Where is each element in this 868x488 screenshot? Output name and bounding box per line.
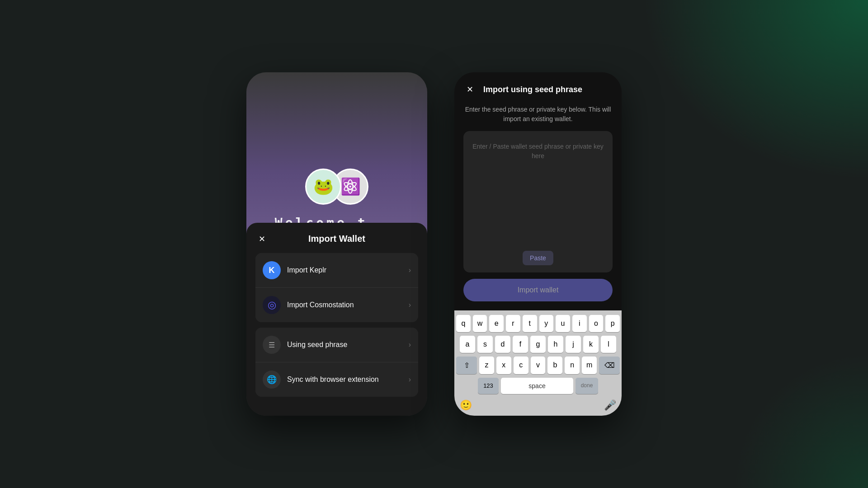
frog-logo: 🐸 <box>305 169 341 205</box>
keyboard-row-3: ⇧ z x c v b n m ⌫ <box>456 357 620 374</box>
wallet-group-2: ☰ Using seed phrase › 🌐 Sync with browse… <box>255 328 418 397</box>
screens-container: 🐸 ⚛️ Welcome t___ ✕ Import Wallet K Impo… <box>246 72 622 416</box>
bg-gradient-right <box>642 0 868 181</box>
import-keplr-item[interactable]: K Import Keplr › <box>255 253 418 287</box>
backspace-key[interactable]: ⌫ <box>599 357 620 374</box>
key-o[interactable]: o <box>589 315 604 332</box>
browser-icon: 🌐 <box>263 371 281 389</box>
key-a[interactable]: a <box>460 336 475 353</box>
cosmostation-icon: ◎ <box>263 296 281 314</box>
key-b[interactable]: b <box>547 357 562 374</box>
modal-title: Import Wallet <box>308 234 365 244</box>
right-modal-header: ✕ Import using seed phrase <box>463 83 613 96</box>
modal-header: ✕ Import Wallet <box>255 234 418 244</box>
key-y[interactable]: y <box>539 315 554 332</box>
phone-left-top: 🐸 ⚛️ Welcome t___ <box>246 72 427 239</box>
logos-container: 🐸 ⚛️ <box>305 169 368 205</box>
keyboard-row-4: 123 space done <box>456 378 620 394</box>
keyboard-row-1: q w e r t y u i o p <box>456 315 620 332</box>
modal-subtitle: Enter the seed phrase or private key bel… <box>463 105 613 124</box>
key-q[interactable]: q <box>456 315 471 332</box>
browser-arrow-icon: › <box>409 375 411 384</box>
phone-right: ✕ Import using seed phrase Enter the see… <box>454 72 622 416</box>
key-x[interactable]: x <box>496 357 511 374</box>
sync-browser-item[interactable]: 🌐 Sync with browser extension › <box>255 362 418 397</box>
key-z[interactable]: z <box>479 357 494 374</box>
using-seed-phrase-item[interactable]: ☰ Using seed phrase › <box>255 328 418 362</box>
num-key[interactable]: 123 <box>478 378 499 394</box>
key-t[interactable]: t <box>523 315 537 332</box>
keplr-arrow-icon: › <box>409 266 411 274</box>
keyboard-area: q w e r t y u i o p a s d f g h j k <box>454 310 622 416</box>
paste-button[interactable]: Paste <box>523 251 553 265</box>
sync-browser-label: Sync with browser extension <box>287 375 409 384</box>
done-key[interactable]: done <box>576 378 598 394</box>
mic-icon[interactable]: 🎤 <box>604 399 616 411</box>
key-n[interactable]: n <box>565 357 580 374</box>
right-modal-title: Import using seed phrase <box>483 85 582 94</box>
cosmostation-arrow-icon: › <box>409 301 411 309</box>
seed-input-area[interactable]: Enter / Paste wallet seed phrase or priv… <box>463 131 613 272</box>
key-i[interactable]: i <box>572 315 587 332</box>
seed-phrase-icon: ☰ <box>263 336 281 354</box>
key-e[interactable]: e <box>489 315 504 332</box>
key-g[interactable]: g <box>530 336 546 353</box>
import-wallet-button[interactable]: Import wallet <box>463 279 613 301</box>
seed-arrow-icon: › <box>409 341 411 349</box>
seed-input-placeholder: Enter / Paste wallet seed phrase or priv… <box>471 142 605 161</box>
space-key[interactable]: space <box>501 378 573 394</box>
close-button-right[interactable]: ✕ <box>463 83 476 96</box>
key-d[interactable]: d <box>495 336 510 353</box>
key-s[interactable]: s <box>477 336 493 353</box>
emoji-icon[interactable]: 🙂 <box>460 399 472 411</box>
keyboard-bottom-row: 🙂 🎤 <box>456 398 620 413</box>
key-h[interactable]: h <box>548 336 563 353</box>
key-u[interactable]: u <box>556 315 570 332</box>
using-seed-phrase-label: Using seed phrase <box>287 341 409 349</box>
right-modal-area: ✕ Import using seed phrase Enter the see… <box>454 72 622 310</box>
key-p[interactable]: p <box>605 315 620 332</box>
bg-gradient-bottom-right <box>732 352 868 488</box>
shift-key[interactable]: ⇧ <box>456 357 477 374</box>
keplr-icon: K <box>263 261 281 279</box>
key-r[interactable]: r <box>506 315 520 332</box>
key-v[interactable]: v <box>531 357 546 374</box>
key-m[interactable]: m <box>582 357 597 374</box>
phone-left: 🐸 ⚛️ Welcome t___ ✕ Import Wallet K Impo… <box>246 72 427 416</box>
key-w[interactable]: w <box>473 315 487 332</box>
key-l[interactable]: l <box>601 336 616 353</box>
import-cosmostation-item[interactable]: ◎ Import Cosmostation › <box>255 288 418 322</box>
key-k[interactable]: k <box>583 336 599 353</box>
key-j[interactable]: j <box>566 336 581 353</box>
import-cosmostation-label: Import Cosmostation <box>287 301 409 309</box>
import-keplr-label: Import Keplr <box>287 266 409 274</box>
wallet-group-1: K Import Keplr › ◎ Import Cosmostation › <box>255 253 418 322</box>
keyboard-row-2: a s d f g h j k l <box>456 336 620 353</box>
key-f[interactable]: f <box>513 336 528 353</box>
import-wallet-modal: ✕ Import Wallet K Import Keplr › ◎ Impor… <box>246 223 427 416</box>
key-c[interactable]: c <box>514 357 528 374</box>
close-button-left[interactable]: ✕ <box>255 233 268 245</box>
